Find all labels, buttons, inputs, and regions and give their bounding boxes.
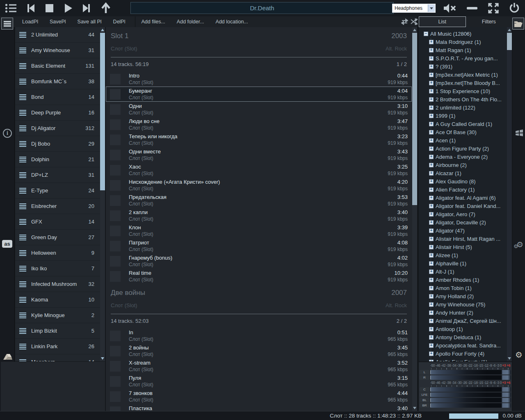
library-node[interactable]: Alcazar (1) [429,169,512,177]
artist-row[interactable]: E-Type 24 [15,183,100,199]
menu-button[interactable] [1,18,13,30]
expand-icon[interactable] [429,302,434,307]
expand-icon[interactable] [429,196,434,200]
artist-row[interactable]: Bomfunk MC`s 38 [15,74,100,89]
track-row[interactable]: Нисхождение («Агата Кристи» cover) Слот … [106,178,412,193]
artist-row[interactable]: Amy Winehouse 31 [15,43,100,58]
expand-icon[interactable] [429,212,434,217]
artist-row[interactable]: Green Day 27 [15,230,100,245]
expand-icon[interactable] [429,40,434,44]
info-icon[interactable]: i [3,129,12,138]
scroll-up-icon[interactable] [101,29,104,31]
expand-icon[interactable] [429,319,434,323]
expand-icon[interactable] [429,261,434,266]
track-row[interactable]: In Слот (Slot) 0:51 965 kbps [106,328,412,343]
artist-row[interactable]: GFX 14 [15,214,100,230]
artist-row[interactable]: Linkin Park 26 [15,339,100,354]
expand-icon[interactable] [429,187,434,192]
track-row[interactable]: 2 капли Слот (Slot) 3:40 919 kbps [106,208,412,223]
playlist-button[interactable]: DelPl [107,16,131,27]
next-button[interactable] [80,3,93,14]
scroll-up-icon[interactable] [508,29,511,31]
expand-icon[interactable] [429,286,434,290]
track-row[interactable]: Хаос Слот (Slot) 3:25 919 kbps [106,162,412,178]
library-node[interactable]: Airbourne (2) [429,161,512,169]
expand-icon[interactable] [429,56,434,61]
artist-row[interactable]: Dj Bobo 29 [15,136,100,152]
artist-row[interactable]: 2 Unlimited 44 [15,27,100,43]
library-node[interactable]: Acen (1) [429,136,512,144]
playlist-button[interactable]: Save all Pl [72,16,107,27]
expand-icon[interactable] [429,155,434,159]
library-node[interactable]: Amber Rhodes (1) [429,276,512,284]
expand-icon[interactable] [429,89,434,94]
artist-row[interactable]: Infected Mushroom 32 [15,276,100,292]
track-row[interactable]: Патриот Слот (Slot) 4:08 919 kbps [106,238,412,253]
library-node[interactable]: Alizee (1) [429,251,512,259]
move-up-button[interactable] [98,2,113,14]
library-node[interactable]: S.P.O.R.T. - Are you gan... [429,54,512,62]
expand-icon[interactable] [429,269,434,274]
expand-icon[interactable] [429,138,434,143]
library-node[interactable]: Adema - Everyone (2) [429,153,512,161]
track-row[interactable]: Гнаремуб (bonus) Слот (Slot) 4:02 919 kb… [106,253,412,269]
track-row[interactable]: Теперь или никогда Слот (Slot) 3:23 919 … [106,132,412,147]
output-device-select[interactable]: Headphones [392,4,436,13]
expand-icon[interactable] [429,237,434,241]
artist-row[interactable]: Basic Element 131 [15,58,100,74]
library-node[interactable]: Aligator feat. Daniel Kand... [429,202,512,210]
expand-icon[interactable] [429,146,434,151]
expand-icon[interactable] [429,310,434,315]
expand-icon[interactable] [429,220,434,225]
power-button[interactable] [507,2,522,14]
artist-row[interactable]: DP+LZ 31 [15,167,100,183]
expand-icon[interactable] [429,278,434,282]
expand-icon[interactable] [429,171,434,176]
collapse-icon[interactable] [424,32,428,36]
track-row[interactable]: Одни вместе Слот (Slot) 3:43 919 kbps [106,147,412,162]
artist-row[interactable]: Kaoma 10 [15,292,100,308]
fullscreen-button[interactable] [486,2,501,14]
track-row[interactable]: Одни Слот (Slot) 3:10 919 kbps [106,102,412,117]
expand-icon[interactable] [429,122,434,126]
playlist-button[interactable]: SavePl [44,16,72,27]
expand-icon[interactable] [429,352,434,356]
scrollbar-thumb[interactable] [412,33,417,205]
library-node[interactable]: Aligator (47) [429,226,512,235]
library-node[interactable]: Amy Holland (2) [429,292,512,300]
library-node[interactable]: Alistair Hirst (5) [429,243,512,251]
volume-slider[interactable] [449,413,498,419]
scroll-down-icon[interactable] [508,357,511,360]
expand-icon[interactable] [429,105,434,110]
library-node[interactable]: Aligator feat. Al Agami (6) [429,194,512,202]
library-node[interactable]: Antiloop (1) [429,325,512,333]
library-node[interactable]: Alphaville (1) [429,259,512,267]
track-row[interactable]: X-stream Слот (Slot) 3:52 965 kbps [106,358,412,374]
library-node[interactable]: Ace Of Base (30) [429,128,512,136]
expand-icon[interactable] [429,335,434,340]
combo-dropdown-icon[interactable] [428,5,435,12]
library-node[interactable]: Apocalyptica feat. Sandra... [429,341,512,349]
library-node[interactable]: Aligator, Decaville (2) [429,218,512,226]
expand-icon[interactable] [429,97,434,102]
play-button[interactable] [62,3,75,14]
track-row[interactable]: Пуля Слот (Slot) 3:15 965 kbps [106,374,412,389]
expand-icon[interactable] [429,343,434,348]
scroll-up-icon[interactable] [413,29,416,31]
playlist-button[interactable]: LoadPl [16,16,44,27]
repeat-icon[interactable] [401,18,408,25]
scrollbar-thumb[interactable] [100,33,105,190]
track-row[interactable]: Intro Слот (Slot) 0:44 919 kbps [106,71,412,87]
services-gears-icon[interactable]: ⚙⚙ [516,240,523,249]
library-node[interactable]: 1 Stop Experience (10) [429,87,512,95]
library-root-node[interactable]: All Music (12806) [424,30,512,38]
tab-filters[interactable]: Filters [466,16,512,27]
shuffle-icon[interactable] [411,18,418,25]
artist-row[interactable]: Dj Aligator 312 [15,121,100,136]
track-row[interactable]: Люди во сне Слот (Slot) 3:47 919 kbps [106,117,412,132]
settings-gear-icon[interactable]: ⚙ [515,350,523,360]
library-node[interactable]: Amy Winehouse (75) [429,300,512,308]
expand-icon[interactable] [429,228,434,233]
expand-icon[interactable] [429,81,434,85]
expand-icon[interactable] [429,245,434,249]
